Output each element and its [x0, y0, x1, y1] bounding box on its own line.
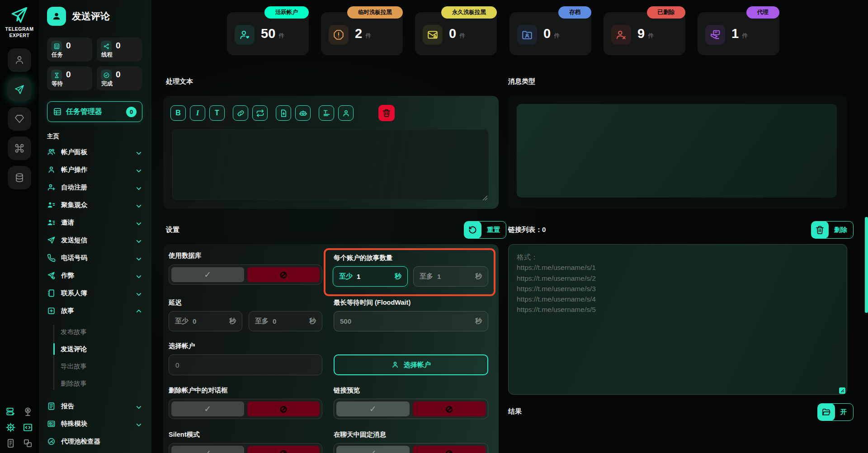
- task-manager-button[interactable]: 任务管理器 0: [47, 101, 142, 122]
- link-button[interactable]: [233, 105, 248, 121]
- delete-links-button[interactable]: 删除: [811, 221, 854, 239]
- subnav-send-comments[interactable]: 发送评论: [61, 340, 143, 358]
- database-rail-button[interactable]: [8, 166, 31, 189]
- max-stories-input[interactable]: 至多 1 秒: [413, 266, 488, 287]
- process-text-area[interactable]: [172, 129, 489, 200]
- toggle-yes-button[interactable]: ✓: [171, 401, 244, 416]
- page-user-icon: [47, 7, 66, 26]
- phone-notes-icon[interactable]: [5, 438, 16, 448]
- use-db-toggle[interactable]: ✓ ⊘: [169, 264, 322, 285]
- nav-gather-audience[interactable]: 聚集观众: [47, 196, 143, 214]
- bold-button[interactable]: B: [170, 105, 186, 121]
- toggle-yes-button[interactable]: ✓: [336, 446, 410, 453]
- pin-message-toggle[interactable]: ✓ ⊘: [334, 443, 488, 453]
- chevron-up-icon: [136, 309, 141, 314]
- reset-button[interactable]: 重置: [464, 221, 506, 239]
- gauge-icon: [47, 437, 56, 446]
- toggle-no-button[interactable]: ⊘: [247, 267, 320, 282]
- floodwait-input[interactable]: 500 秒: [334, 311, 488, 331]
- toggle-no-button[interactable]: ⊘: [247, 446, 320, 453]
- settings-title: 设置: [166, 226, 179, 234]
- chevron-down-icon: [136, 185, 141, 190]
- page-scrollbar[interactable]: [865, 217, 868, 313]
- nav-account-panel[interactable]: 帐户面板: [47, 143, 143, 161]
- phone-icon: [47, 254, 56, 262]
- nav-contact-book[interactable]: 联系人簿: [47, 284, 143, 302]
- nav-special-modules[interactable]: 特殊模块: [47, 415, 143, 433]
- accounts-rail-button[interactable]: [8, 48, 31, 72]
- webcam-user-icon[interactable]: [23, 406, 33, 417]
- card-perm-blocked: 永久洗板拉黑 0件: [415, 12, 497, 55]
- bot-button[interactable]: [295, 105, 311, 121]
- file-import-button[interactable]: [276, 105, 291, 121]
- select-accounts-label: 选择帐户: [169, 342, 195, 350]
- command-icon: [14, 143, 25, 154]
- send-rail-button[interactable]: [8, 78, 31, 101]
- server-check-icon[interactable]: [5, 406, 16, 417]
- clear-text-button[interactable]: [378, 105, 395, 121]
- max-delay-input[interactable]: 至多 0 秒: [249, 311, 322, 331]
- message-type-dropzone[interactable]: [517, 104, 837, 198]
- layers-icon[interactable]: [23, 438, 33, 448]
- accounts-count-input[interactable]: 0: [169, 354, 322, 375]
- card-unit: 件: [365, 32, 371, 40]
- card-proxy: 代理 1件: [698, 12, 779, 55]
- chevron-down-icon: [136, 291, 141, 296]
- subnav-delete-stories[interactable]: 删除故事: [61, 375, 143, 392]
- card-unit: 件: [648, 32, 654, 40]
- toggle-yes-button[interactable]: ✓: [336, 401, 410, 416]
- user-list-icon: [47, 201, 56, 209]
- text-style-button[interactable]: [319, 105, 334, 121]
- folder-open-icon: [817, 403, 835, 421]
- link-list-area[interactable]: [508, 244, 847, 395]
- nav-home[interactable]: 主页: [47, 130, 143, 143]
- nav-account-actions[interactable]: 帐户操作: [47, 161, 143, 179]
- delete-dialogs-toggle[interactable]: ✓ ⊘: [169, 399, 322, 419]
- card-active-accounts: 活跃帐户 50件: [227, 12, 309, 55]
- nav-invite[interactable]: 邀请: [47, 214, 143, 231]
- trash-icon: [382, 109, 391, 118]
- subnav-export-stories[interactable]: 导出故事: [61, 358, 143, 375]
- silent-mode-toggle[interactable]: ✓ ⊘: [169, 443, 322, 453]
- toggle-no-button[interactable]: ⊘: [247, 401, 320, 416]
- nav-cheat[interactable]: 作弊: [47, 267, 143, 284]
- card-value: 0: [543, 26, 551, 41]
- italic-button[interactable]: I: [190, 105, 205, 121]
- paper-plane-icon: [14, 84, 25, 95]
- nav-send-sms[interactable]: 发送短信: [47, 231, 143, 249]
- repeat-button[interactable]: [252, 105, 268, 121]
- toggle-yes-button[interactable]: ✓: [171, 267, 244, 282]
- nav-reports[interactable]: 报告: [47, 397, 143, 415]
- nav-auto-register[interactable]: 自动注册: [47, 179, 143, 196]
- toggle-no-button[interactable]: ⊘: [413, 401, 486, 416]
- resize-handle-icon[interactable]: [839, 387, 845, 394]
- paper-plane-plus-icon: [47, 271, 56, 280]
- select-accounts-button[interactable]: 选择帐户: [334, 354, 488, 375]
- open-result-button[interactable]: 开: [817, 403, 854, 421]
- commands-rail-button[interactable]: [8, 137, 31, 160]
- nav-stories[interactable]: 故事: [47, 302, 143, 320]
- notebook-icon: [47, 289, 56, 297]
- link-preview-toggle[interactable]: ✓ ⊘: [334, 399, 488, 419]
- min-stories-input[interactable]: 至少 1 秒: [333, 266, 408, 287]
- resize-handle-icon[interactable]: [482, 195, 488, 201]
- chevron-down-icon: [136, 255, 141, 260]
- nav-phone-numbers[interactable]: 电话号码: [47, 249, 143, 267]
- link-preview-label: 链接预览: [334, 386, 360, 395]
- card-unit: 件: [459, 32, 465, 40]
- premium-rail-button[interactable]: [8, 107, 31, 131]
- text-toolbar: B I T: [170, 105, 395, 121]
- text-button[interactable]: T: [209, 105, 225, 121]
- min-delay-input[interactable]: 至少 0 秒: [169, 311, 242, 331]
- code-window-icon[interactable]: [23, 422, 33, 433]
- share-icon: [101, 41, 112, 52]
- gear-badge-icon[interactable]: [5, 422, 16, 433]
- subnav-publish-story[interactable]: 发布故事: [61, 323, 143, 340]
- nav-proxy-checker[interactable]: 代理池检查器: [47, 433, 143, 450]
- pin-message-label: 在聊天中固定消息: [334, 430, 386, 439]
- rail-buttons: [8, 48, 31, 189]
- toggle-no-button[interactable]: ⊘: [413, 446, 486, 453]
- mention-user-button[interactable]: [338, 105, 354, 121]
- nav-menu: 主页 帐户面板 帐户操作 自动注册 聚集观众 邀请: [47, 130, 143, 450]
- toggle-yes-button[interactable]: ✓: [171, 446, 244, 453]
